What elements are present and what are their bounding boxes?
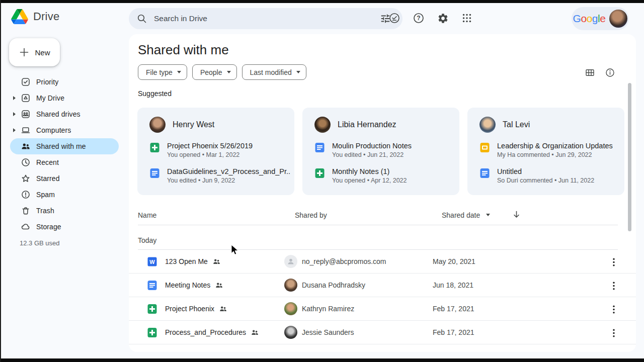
- more-actions-button[interactable]: [608, 256, 620, 268]
- search-bar[interactable]: [129, 8, 403, 29]
- sidebar-nav: Priority My Drive Shared drives: [1, 74, 129, 235]
- top-app-bar: Drive: [1, 3, 644, 34]
- spam-icon: [21, 190, 30, 199]
- suggested-file[interactable]: Monthly Notes (1) You opened • Apr 12, 2…: [314, 167, 449, 184]
- sidebar-item-my-drive[interactable]: My Drive: [10, 90, 119, 106]
- expand-arrow-icon[interactable]: [13, 112, 16, 116]
- table-row-project-phoenix[interactable]: Project Phoenix Kathryn Ramirez Feb 17, …: [129, 297, 636, 321]
- suggested-person-name: Libia Hernandez: [338, 120, 396, 129]
- table-row-process-and-procedures[interactable]: Process_and_Procedures Jessie Saunders F…: [129, 321, 636, 344]
- file-table-header: Name Shared by Shared date: [138, 205, 618, 225]
- shared-date: May 20, 2021: [433, 257, 475, 265]
- sidebar-item-recent[interactable]: Recent: [10, 154, 119, 170]
- more-actions-button[interactable]: [608, 327, 620, 339]
- column-header-shared-by[interactable]: Shared by: [295, 211, 327, 219]
- file-rows: W 123 Open Me no_reply@abcpromos.com May…: [129, 250, 636, 344]
- shared-by-name: Kathryn Ramirez: [302, 305, 354, 313]
- starred-icon: [21, 174, 30, 183]
- avatar: [479, 117, 496, 133]
- suggested-card-henry-west[interactable]: Henry West Project Phoenix 5/26/2019 You…: [137, 108, 294, 195]
- page-title: Shared with me: [138, 42, 229, 58]
- sidebar-item-computers[interactable]: Computers: [10, 122, 119, 138]
- chevron-down-icon: [227, 71, 231, 73]
- details-button[interactable]: [602, 64, 618, 80]
- suggested-card-tal-levi[interactable]: Tal Levi Leadership & Organization Updat…: [467, 108, 624, 195]
- chevron-down-icon: [177, 71, 181, 73]
- drive-triangle-icon: [11, 9, 28, 24]
- apps-grid-button[interactable]: [457, 8, 477, 28]
- column-header-name[interactable]: Name: [138, 211, 156, 219]
- computers-icon: [21, 126, 30, 135]
- shared-with-me-icon: [21, 142, 30, 151]
- google-drive-window: Drive: [0, 0, 644, 362]
- shared-people-icon: [213, 258, 220, 265]
- offline-status-icon: [388, 12, 400, 24]
- more-actions-button[interactable]: [608, 303, 620, 315]
- suggested-card-libia-hernandez[interactable]: Libia Hernandez Moulin Production Notes …: [302, 108, 459, 195]
- sidebar-item-storage[interactable]: Storage: [10, 219, 119, 235]
- grid-view-button[interactable]: [582, 64, 598, 80]
- help-button[interactable]: ?: [409, 8, 429, 28]
- suggested-file[interactable]: Project Phoenix 5/26/2019 You opened • M…: [149, 142, 284, 158]
- expand-arrow-icon[interactable]: [13, 128, 16, 132]
- filter-chip-file-type[interactable]: File type: [138, 64, 187, 80]
- sidebar-item-spam[interactable]: Spam: [10, 187, 119, 203]
- shared-people-icon: [251, 329, 259, 336]
- filter-chips: File type People Last modified: [138, 64, 306, 80]
- plus-icon: [19, 47, 30, 58]
- storage-icon: [21, 222, 30, 231]
- suggested-person-name: Tal Levi: [503, 120, 530, 129]
- filter-chip-people[interactable]: People: [192, 64, 237, 80]
- docs-file-icon: [149, 168, 160, 178]
- suggested-label: Suggested: [138, 89, 172, 98]
- avatar: [284, 302, 297, 315]
- new-button[interactable]: New: [9, 38, 60, 66]
- screen-edge-bottom: [0, 358, 644, 362]
- drive-logo[interactable]: Drive: [11, 9, 59, 24]
- sort-direction-button[interactable]: [512, 210, 521, 220]
- sidebar-item-shared-drives[interactable]: Shared drives: [10, 106, 119, 122]
- docs-file-icon: [479, 168, 490, 178]
- sidebar-item-priority[interactable]: Priority: [10, 74, 119, 90]
- slides-file-icon: [479, 142, 490, 153]
- column-header-shared-date[interactable]: Shared date: [442, 211, 490, 219]
- offline-status-button[interactable]: [384, 8, 405, 28]
- suggested-file[interactable]: Moulin Production Notes You edited • Jun…: [314, 142, 449, 158]
- docs-file-icon: [314, 142, 325, 153]
- sidebar-item-starred[interactable]: Starred: [10, 170, 119, 187]
- date-group-label: Today: [138, 231, 618, 250]
- filter-chip-last-modified[interactable]: Last modified: [242, 64, 306, 80]
- sidebar-item-trash[interactable]: Trash: [10, 203, 119, 219]
- trash-icon: [21, 206, 30, 215]
- more-actions-button[interactable]: [608, 280, 620, 292]
- user-avatar[interactable]: [609, 10, 627, 28]
- avatar: [284, 326, 297, 339]
- new-button-label: New: [35, 48, 50, 57]
- word-file-icon: W: [147, 256, 157, 267]
- sidebar-item-shared-with-me[interactable]: Shared with me: [10, 138, 119, 154]
- priority-icon: [21, 77, 30, 86]
- table-row-123-open-me[interactable]: W 123 Open Me no_reply@abcpromos.com May…: [129, 250, 636, 274]
- shared-drives-icon: [21, 110, 30, 119]
- suggested-file[interactable]: Leadership & Organization Updates My Ha …: [479, 142, 614, 158]
- suggested-cards: Henry West Project Phoenix 5/26/2019 You…: [137, 108, 624, 195]
- screen-edge-left: [0, 0, 1, 362]
- app-name: Drive: [33, 10, 59, 23]
- shared-date: Feb 17, 2021: [433, 305, 474, 313]
- suggested-file[interactable]: Untitled So Duri commented • Jun 11, 202…: [479, 167, 614, 184]
- shared-by-name: no_reply@abcpromos.com: [302, 257, 386, 265]
- search-input[interactable]: [154, 14, 375, 23]
- settings-button[interactable]: [433, 8, 453, 28]
- google-account-pill[interactable]: Google: [572, 7, 629, 30]
- google-wordmark: Google: [573, 13, 606, 25]
- table-row-meeting-notes[interactable]: Meeting Notes Dusana Podhradsky Jun 18, …: [129, 274, 636, 297]
- scrollbar-thumb[interactable]: [628, 83, 631, 231]
- suggested-file[interactable]: DataGuidelines_v2_Process_and_Pr... You …: [149, 167, 284, 184]
- sheets-file-icon: [147, 327, 157, 338]
- help-icon: ?: [413, 12, 425, 24]
- info-icon: [605, 67, 615, 78]
- svg-text:W: W: [149, 259, 155, 265]
- expand-arrow-icon[interactable]: [13, 96, 16, 100]
- grid-view-icon: [585, 67, 595, 78]
- sidebar: New Priority My Drive Shared d: [1, 34, 129, 358]
